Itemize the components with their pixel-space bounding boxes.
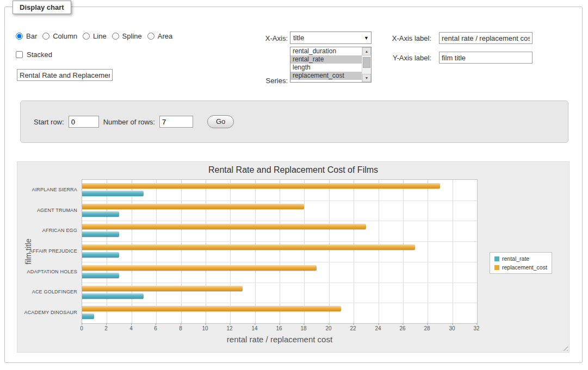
bar-rental_rate bbox=[82, 252, 119, 258]
gridline bbox=[156, 180, 157, 323]
gridline bbox=[82, 303, 477, 303]
gridline bbox=[329, 180, 330, 323]
bar-replacement_cost bbox=[82, 183, 440, 189]
stacked-checkbox[interactable] bbox=[16, 51, 23, 58]
x-tick-label: 0 bbox=[80, 325, 83, 331]
chart-type-radio-column[interactable] bbox=[42, 33, 49, 40]
x-tick-label: 2 bbox=[104, 325, 108, 331]
series-option-rental_rate[interactable]: rental_rate bbox=[290, 55, 362, 64]
chart-type-radiogroup: BarColumnLineSplineArea bbox=[16, 32, 172, 40]
bar-rental_rate bbox=[82, 293, 144, 299]
gridline bbox=[82, 200, 477, 201]
chart-type-radio-spline[interactable] bbox=[112, 33, 119, 40]
chevron-down-icon: ▼ bbox=[364, 32, 369, 43]
series-option-replacement_cost[interactable]: replacement_cost bbox=[290, 72, 362, 80]
chart-type-option-bar[interactable]: Bar bbox=[16, 32, 37, 40]
num-rows-label: Number of rows: bbox=[103, 118, 155, 126]
stacked-checkbox-row[interactable]: Stacked bbox=[16, 51, 52, 59]
legend-swatch-icon bbox=[494, 256, 499, 261]
chart-x-axis-title: rental rate / replacement cost bbox=[82, 335, 478, 344]
x-tick-label: 4 bbox=[129, 325, 133, 331]
gridline bbox=[230, 180, 231, 323]
category-label: ADAPTATION HOLES bbox=[27, 269, 77, 274]
category-label: AIRPLANE SIERRA bbox=[32, 187, 77, 192]
chart-type-label: Bar bbox=[26, 32, 37, 40]
x-tick-label: 10 bbox=[202, 325, 208, 331]
chart-title-input[interactable] bbox=[17, 69, 113, 81]
category-label: ACE GOLDFINGER bbox=[32, 289, 77, 294]
x-tick-label: 20 bbox=[325, 325, 331, 331]
legend-label: rental_rate bbox=[502, 255, 529, 262]
chart-type-label: Spline bbox=[122, 32, 142, 40]
series-listbox[interactable]: rental_durationrental_ratelengthreplacem… bbox=[290, 47, 372, 83]
bar-replacement_cost bbox=[82, 244, 415, 250]
x-tick-label: 8 bbox=[179, 325, 182, 331]
x-tick-label: 24 bbox=[375, 325, 381, 331]
chart-type-option-line[interactable]: Line bbox=[83, 32, 107, 40]
go-button[interactable]: Go bbox=[207, 115, 234, 128]
y-axis-label-input[interactable] bbox=[439, 52, 533, 64]
bar-replacement_cost bbox=[82, 306, 341, 311]
chart-type-option-area[interactable]: Area bbox=[147, 32, 172, 40]
x-axis-select-label: X-Axis: bbox=[233, 34, 288, 42]
listbox-scrollbar[interactable]: ▲ ▼ bbox=[362, 47, 371, 82]
x-axis-label-label: X-Axis label: bbox=[385, 34, 431, 42]
bar-rental_rate bbox=[82, 313, 94, 319]
scroll-up-icon[interactable]: ▲ bbox=[362, 47, 371, 55]
chart-type-label: Column bbox=[53, 32, 77, 40]
x-tick-label: 32 bbox=[473, 325, 479, 331]
gridline bbox=[428, 180, 428, 323]
x-tick-label: 12 bbox=[226, 325, 232, 331]
legend-label: replacement_cost bbox=[502, 264, 547, 271]
x-tick-label: 14 bbox=[251, 325, 257, 331]
chart-type-label: Area bbox=[158, 32, 172, 40]
category-label: AGENT TRUMAN bbox=[37, 208, 77, 213]
chart-type-radio-bar[interactable] bbox=[16, 33, 23, 40]
category-label: AFRICAN EGG bbox=[42, 228, 77, 233]
num-rows-input[interactable] bbox=[159, 116, 193, 128]
legend-swatch-icon bbox=[494, 265, 499, 270]
chart-type-option-spline[interactable]: Spline bbox=[112, 32, 142, 40]
bar-replacement_cost bbox=[82, 204, 304, 209]
x-axis-tick-labels: 02468101214161820222426283032 bbox=[82, 325, 478, 333]
chart-type-label: Line bbox=[93, 32, 107, 40]
gridline bbox=[82, 262, 477, 262]
legend-item-rental_rate[interactable]: rental_rate bbox=[494, 255, 547, 262]
scrollbar-thumb[interactable] bbox=[363, 57, 370, 68]
x-axis-select[interactable]: title ▼ bbox=[290, 32, 372, 44]
gridline bbox=[132, 180, 132, 323]
x-tick-label: 6 bbox=[154, 325, 157, 331]
gridline bbox=[181, 180, 182, 323]
resize-grip[interactable] bbox=[561, 344, 568, 351]
x-tick-label: 28 bbox=[424, 325, 430, 331]
stacked-label: Stacked bbox=[27, 51, 52, 59]
gridline bbox=[82, 241, 477, 242]
chart-type-radio-line[interactable] bbox=[83, 33, 90, 40]
gridline bbox=[280, 180, 280, 323]
bar-rental_rate bbox=[82, 273, 119, 278]
plot-area bbox=[82, 179, 478, 324]
legend-item-replacement_cost[interactable]: replacement_cost bbox=[494, 264, 547, 271]
chart-type-option-column[interactable]: Column bbox=[42, 32, 77, 40]
gridline bbox=[354, 180, 354, 323]
scroll-down-icon[interactable]: ▼ bbox=[362, 74, 371, 82]
y-axis-label-label: Y-Axis label: bbox=[385, 54, 431, 62]
category-label: AFFAIR PREJUDICE bbox=[29, 248, 77, 254]
bar-replacement_cost bbox=[82, 224, 366, 229]
start-row-input[interactable] bbox=[69, 116, 99, 128]
category-label: ACADEMY DINOSAUR bbox=[24, 310, 77, 315]
series-option-length[interactable]: length bbox=[290, 64, 362, 72]
bar-rental_rate bbox=[82, 231, 119, 237]
series-option-rental_duration[interactable]: rental_duration bbox=[290, 47, 362, 55]
x-axis-label-input[interactable] bbox=[439, 32, 533, 44]
series-options: rental_durationrental_ratelengthreplacem… bbox=[290, 47, 362, 82]
controls-area: BarColumnLineSplineArea Stacked X-Axis: … bbox=[5, 7, 582, 362]
chart-container: Rental Rate and Replacement Cost of Film… bbox=[17, 161, 570, 353]
bar-rental_rate bbox=[82, 211, 119, 217]
x-tick-label: 26 bbox=[399, 325, 405, 331]
chart-type-radio-area[interactable] bbox=[147, 33, 154, 40]
bar-replacement_cost bbox=[82, 265, 317, 271]
bar-replacement_cost bbox=[82, 286, 243, 291]
x-tick-label: 16 bbox=[276, 325, 282, 331]
chart-legend: rental_ratereplacement_cost bbox=[490, 252, 552, 274]
